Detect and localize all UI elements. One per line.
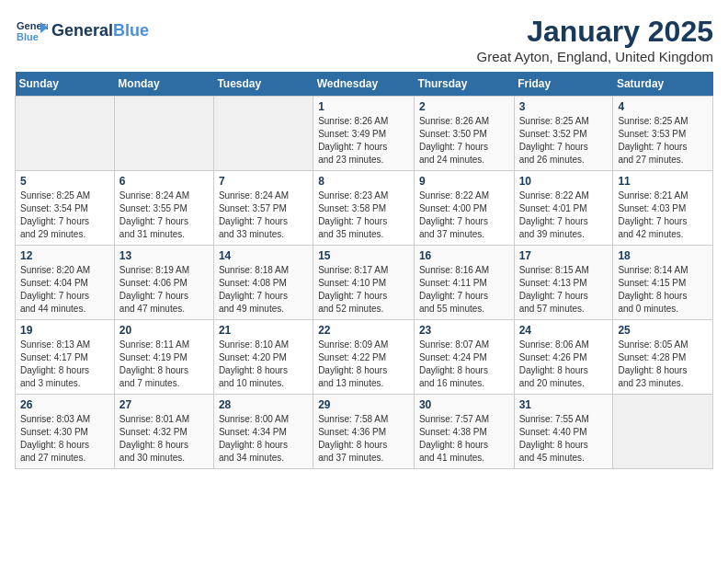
day-info: Sunrise: 8:11 AM Sunset: 4:19 PM Dayligh… [119, 339, 209, 390]
day-info: Sunrise: 8:24 AM Sunset: 3:55 PM Dayligh… [119, 190, 209, 241]
calendar-week-row: 1Sunrise: 8:26 AM Sunset: 3:49 PM Daylig… [16, 97, 713, 171]
day-number: 21 [219, 324, 308, 337]
day-info: Sunrise: 8:23 AM Sunset: 3:58 PM Dayligh… [318, 190, 409, 241]
day-info: Sunrise: 8:25 AM Sunset: 3:52 PM Dayligh… [519, 115, 609, 167]
title-block: January 2025 Great Ayton, England, Unite… [477, 15, 713, 64]
day-number: 10 [519, 175, 609, 188]
calendar-cell: 26Sunrise: 8:03 AM Sunset: 4:30 PM Dayli… [16, 395, 115, 469]
day-number: 18 [618, 249, 708, 262]
day-info: Sunrise: 7:57 AM Sunset: 4:38 PM Dayligh… [419, 413, 509, 465]
calendar-cell: 6Sunrise: 8:24 AM Sunset: 3:55 PM Daylig… [114, 171, 213, 246]
day-number: 26 [20, 398, 109, 411]
day-info: Sunrise: 8:10 AM Sunset: 4:20 PM Dayligh… [219, 339, 308, 390]
day-number: 24 [519, 324, 609, 337]
calendar-cell: 22Sunrise: 8:09 AM Sunset: 4:22 PM Dayli… [313, 320, 415, 395]
day-number: 23 [419, 324, 509, 337]
weekday-header-tuesday: Tuesday [213, 72, 313, 97]
day-number: 8 [318, 175, 409, 188]
day-info: Sunrise: 7:55 AM Sunset: 4:40 PM Dayligh… [519, 413, 609, 465]
day-number: 30 [419, 398, 509, 411]
day-info: Sunrise: 8:24 AM Sunset: 3:57 PM Dayligh… [219, 190, 308, 241]
calendar-cell: 30Sunrise: 7:57 AM Sunset: 4:38 PM Dayli… [414, 395, 514, 469]
weekday-header-monday: Monday [114, 72, 213, 97]
day-info: Sunrise: 7:58 AM Sunset: 4:36 PM Dayligh… [318, 413, 409, 465]
day-number: 28 [219, 398, 308, 411]
day-info: Sunrise: 8:19 AM Sunset: 4:06 PM Dayligh… [119, 264, 209, 316]
calendar-cell: 15Sunrise: 8:17 AM Sunset: 4:10 PM Dayli… [313, 246, 415, 320]
calendar-cell: 27Sunrise: 8:01 AM Sunset: 4:32 PM Dayli… [114, 395, 213, 469]
calendar-week-row: 12Sunrise: 8:20 AM Sunset: 4:04 PM Dayli… [16, 246, 713, 320]
day-number: 20 [119, 324, 209, 337]
logo: General Blue GeneralBlue [15, 15, 149, 48]
calendar-cell: 3Sunrise: 8:25 AM Sunset: 3:52 PM Daylig… [514, 97, 613, 171]
day-number: 19 [20, 324, 109, 337]
calendar-cell: 17Sunrise: 8:15 AM Sunset: 4:13 PM Dayli… [514, 246, 613, 320]
day-info: Sunrise: 8:09 AM Sunset: 4:22 PM Dayligh… [318, 339, 409, 390]
calendar-cell: 19Sunrise: 8:13 AM Sunset: 4:17 PM Dayli… [16, 320, 115, 395]
calendar-cell: 2Sunrise: 8:26 AM Sunset: 3:50 PM Daylig… [414, 97, 514, 171]
calendar-cell: 1Sunrise: 8:26 AM Sunset: 3:49 PM Daylig… [313, 97, 415, 171]
day-number: 16 [419, 249, 509, 262]
day-info: Sunrise: 8:14 AM Sunset: 4:15 PM Dayligh… [618, 264, 708, 316]
calendar-cell [613, 395, 713, 469]
weekday-header-saturday: Saturday [613, 72, 713, 97]
day-number: 7 [219, 175, 308, 188]
day-number: 11 [618, 175, 708, 188]
day-info: Sunrise: 8:17 AM Sunset: 4:10 PM Dayligh… [318, 264, 409, 316]
day-info: Sunrise: 8:06 AM Sunset: 4:26 PM Dayligh… [519, 339, 609, 390]
calendar-cell: 5Sunrise: 8:25 AM Sunset: 3:54 PM Daylig… [16, 171, 115, 246]
calendar-cell: 25Sunrise: 8:05 AM Sunset: 4:28 PM Dayli… [613, 320, 713, 395]
calendar-cell: 31Sunrise: 7:55 AM Sunset: 4:40 PM Dayli… [514, 395, 613, 469]
calendar-cell: 11Sunrise: 8:21 AM Sunset: 4:03 PM Dayli… [613, 171, 713, 246]
day-number: 12 [20, 249, 109, 262]
day-number: 9 [419, 175, 509, 188]
weekday-header-wednesday: Wednesday [313, 72, 415, 97]
day-number: 1 [318, 100, 409, 113]
day-info: Sunrise: 8:22 AM Sunset: 4:00 PM Dayligh… [419, 190, 509, 241]
calendar-cell: 20Sunrise: 8:11 AM Sunset: 4:19 PM Dayli… [114, 320, 213, 395]
weekday-header-thursday: Thursday [414, 72, 514, 97]
day-number: 17 [519, 249, 609, 262]
calendar-cell: 21Sunrise: 8:10 AM Sunset: 4:20 PM Dayli… [213, 320, 313, 395]
calendar-cell [213, 97, 313, 171]
day-info: Sunrise: 8:26 AM Sunset: 3:49 PM Dayligh… [318, 115, 409, 167]
day-info: Sunrise: 8:16 AM Sunset: 4:11 PM Dayligh… [419, 264, 509, 316]
day-info: Sunrise: 8:22 AM Sunset: 4:01 PM Dayligh… [519, 190, 609, 241]
day-info: Sunrise: 8:13 AM Sunset: 4:17 PM Dayligh… [20, 339, 109, 390]
calendar-cell: 12Sunrise: 8:20 AM Sunset: 4:04 PM Dayli… [16, 246, 115, 320]
day-number: 13 [119, 249, 209, 262]
day-number: 31 [519, 398, 609, 411]
day-number: 4 [618, 100, 708, 113]
day-info: Sunrise: 8:20 AM Sunset: 4:04 PM Dayligh… [20, 264, 109, 316]
calendar-cell: 7Sunrise: 8:24 AM Sunset: 3:57 PM Daylig… [213, 171, 313, 246]
calendar-header-row: SundayMondayTuesdayWednesdayThursdayFrid… [16, 72, 713, 97]
day-number: 3 [519, 100, 609, 113]
day-number: 6 [119, 175, 209, 188]
calendar-table: SundayMondayTuesdayWednesdayThursdayFrid… [15, 72, 713, 469]
weekday-header-sunday: Sunday [16, 72, 115, 97]
day-info: Sunrise: 8:21 AM Sunset: 4:03 PM Dayligh… [618, 190, 708, 241]
day-number: 14 [219, 249, 308, 262]
day-number: 27 [119, 398, 209, 411]
day-info: Sunrise: 8:18 AM Sunset: 4:08 PM Dayligh… [219, 264, 308, 316]
calendar-week-row: 19Sunrise: 8:13 AM Sunset: 4:17 PM Dayli… [16, 320, 713, 395]
logo-text: GeneralBlue [51, 22, 149, 40]
day-info: Sunrise: 8:07 AM Sunset: 4:24 PM Dayligh… [419, 339, 509, 390]
calendar-week-row: 5Sunrise: 8:25 AM Sunset: 3:54 PM Daylig… [16, 171, 713, 246]
day-info: Sunrise: 8:15 AM Sunset: 4:13 PM Dayligh… [519, 264, 609, 316]
calendar-cell: 8Sunrise: 8:23 AM Sunset: 3:58 PM Daylig… [313, 171, 415, 246]
calendar-cell [114, 97, 213, 171]
day-number: 22 [318, 324, 409, 337]
calendar-cell: 14Sunrise: 8:18 AM Sunset: 4:08 PM Dayli… [213, 246, 313, 320]
calendar-cell: 4Sunrise: 8:25 AM Sunset: 3:53 PM Daylig… [613, 97, 713, 171]
day-info: Sunrise: 8:26 AM Sunset: 3:50 PM Dayligh… [419, 115, 509, 167]
day-number: 5 [20, 175, 109, 188]
day-info: Sunrise: 8:00 AM Sunset: 4:34 PM Dayligh… [219, 413, 308, 465]
calendar-cell: 16Sunrise: 8:16 AM Sunset: 4:11 PM Dayli… [414, 246, 514, 320]
day-info: Sunrise: 8:25 AM Sunset: 3:53 PM Dayligh… [618, 115, 708, 167]
location-subtitle: Great Ayton, England, United Kingdom [477, 49, 713, 64]
calendar-cell: 28Sunrise: 8:00 AM Sunset: 4:34 PM Dayli… [213, 395, 313, 469]
calendar-cell: 29Sunrise: 7:58 AM Sunset: 4:36 PM Dayli… [313, 395, 415, 469]
calendar-cell: 24Sunrise: 8:06 AM Sunset: 4:26 PM Dayli… [514, 320, 613, 395]
day-number: 29 [318, 398, 409, 411]
